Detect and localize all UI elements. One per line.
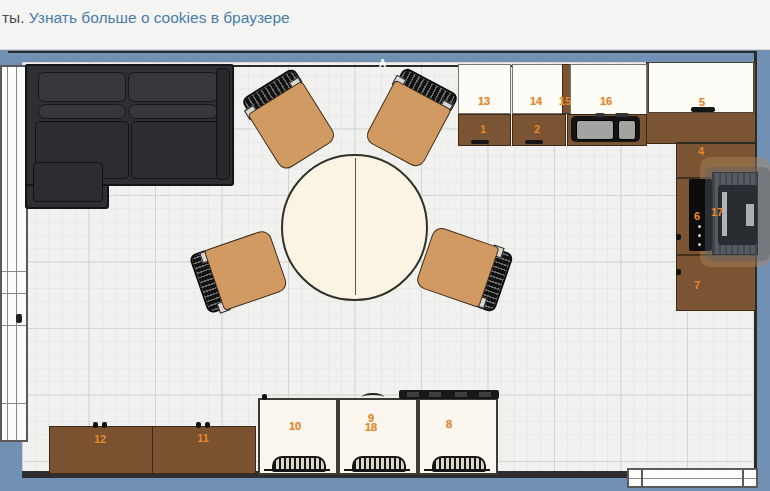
window-frame-line [7,67,8,440]
cabinet-handle-icon [93,422,98,428]
control-dot-icon [698,234,701,237]
hob-burner-icon [429,392,441,397]
cabinet-handle-icon [196,422,201,428]
sofa-back-cushion [128,72,218,102]
cabinet-handle-icon [525,140,543,144]
faucet-icon [615,113,629,117]
hob-burner-icon [407,392,419,397]
window-frame-line [2,293,26,294]
wall-cabinet-13[interactable] [458,64,511,114]
item-number-marker: 2 [534,124,540,135]
faucet-icon [595,113,605,117]
item-number-marker: 15 [559,96,571,107]
cabinet-handle-icon [676,234,681,240]
cabinet-handle-icon [691,107,715,112]
dining-table-round[interactable] [281,154,428,301]
item-number-marker: 8 [446,419,452,430]
item-number-marker: 4 [698,146,704,157]
hob-burner-icon [455,392,467,397]
item-number-marker: 12 [94,434,106,445]
item-number-marker: 6 [694,211,700,222]
control-dot-icon [698,243,701,246]
item-number-marker: 1 [480,124,486,135]
app-window: ты. Узнать больше о cookies в браузере A [0,0,770,491]
sink-basin [576,120,614,140]
window-frame-line [16,67,17,440]
door-handle-icon [16,314,22,323]
kitchen-sink-icon[interactable] [571,116,640,142]
cookie-notice-text: ты. Узнать больше о cookies в браузере [2,9,290,27]
hob-burner-icon [479,392,491,397]
item-number-marker: 5 [699,97,705,108]
window-left[interactable] [0,65,28,442]
item-number-marker: 16 [600,96,612,107]
item-number-marker: 11 [197,433,209,444]
sofa-seat-cushion [131,121,223,179]
item-number-marker: 13 [478,96,490,107]
unit-fitting-icon [362,393,384,401]
vent-base-line [424,469,490,471]
wall-cabinet-14[interactable] [512,64,563,114]
wall-cabinet-16[interactable] [570,64,647,115]
item-number-marker: 17 [711,207,723,218]
sofa-cushion-roll [38,104,126,119]
vent-base-line [264,469,330,471]
sink-basin [618,120,636,140]
cabinet-handle-icon [102,422,107,428]
window-frame-line [2,403,26,404]
window-frame-line [2,325,26,326]
item-number-marker: 10 [289,421,301,432]
item-number-marker: 14 [530,96,542,107]
unit-fitting-icon [262,394,267,400]
cabinet-handle-icon [676,269,681,275]
cookie-info-link[interactable]: Узнать больше о cookies в браузере [29,9,290,26]
item-number-marker: 7 [694,280,700,291]
vent-base-line [344,469,410,471]
item-number-marker: 18 [365,422,377,433]
window-frame-line [2,271,26,272]
window-bottom[interactable] [627,468,758,488]
floorplan-canvas[interactable]: A [0,49,770,491]
wall-label: A [379,58,386,69]
cabinet-handle-icon [205,422,210,428]
window-frame-line [641,470,643,486]
cookie-notice-bar: ты. Узнать больше о cookies в браузере [0,0,770,50]
cooktop-hob-9[interactable] [399,390,499,399]
cabinet-handle-icon [471,140,489,144]
window-frame-line [629,478,756,479]
cookie-text-fragment: ты. [2,9,25,26]
sofa-armrest [216,68,230,180]
sofa-chaise-seat [33,162,103,202]
window-frame-line [742,470,744,486]
sofa-cushion-roll [128,104,218,119]
sofa-back-cushion [38,72,126,102]
control-dot-icon [698,225,701,228]
